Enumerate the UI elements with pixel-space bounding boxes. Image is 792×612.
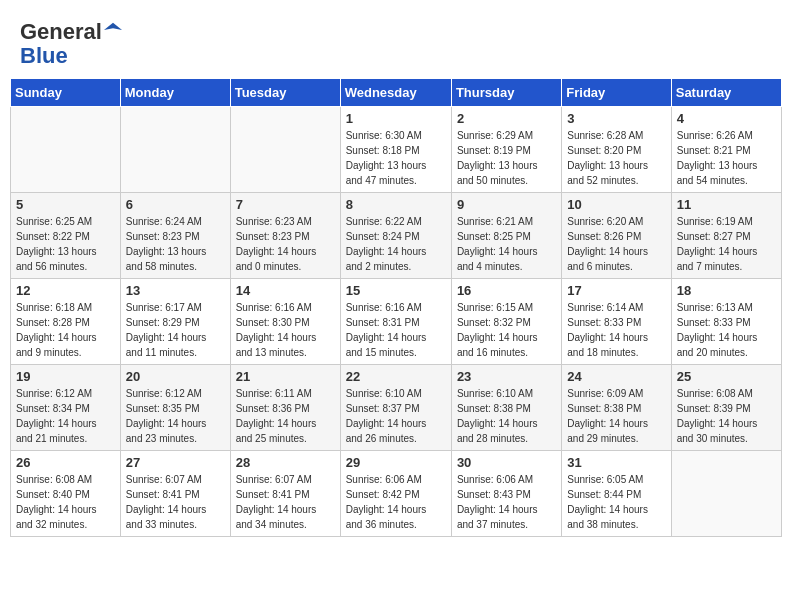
day-info: Sunrise: 6:24 AMSunset: 8:23 PMDaylight:… [126,214,225,274]
day-number: 19 [16,369,115,384]
calendar-day-cell: 16Sunrise: 6:15 AMSunset: 8:32 PMDayligh… [451,279,561,365]
calendar-day-cell: 24Sunrise: 6:09 AMSunset: 8:38 PMDayligh… [562,365,671,451]
day-number: 15 [346,283,446,298]
day-number: 7 [236,197,335,212]
day-info: Sunrise: 6:18 AMSunset: 8:28 PMDaylight:… [16,300,115,360]
day-number: 25 [677,369,776,384]
calendar-day-cell: 17Sunrise: 6:14 AMSunset: 8:33 PMDayligh… [562,279,671,365]
day-info: Sunrise: 6:15 AMSunset: 8:32 PMDaylight:… [457,300,556,360]
calendar-day-cell: 6Sunrise: 6:24 AMSunset: 8:23 PMDaylight… [120,193,230,279]
calendar-header-row: SundayMondayTuesdayWednesdayThursdayFrid… [11,79,782,107]
day-info: Sunrise: 6:12 AMSunset: 8:35 PMDaylight:… [126,386,225,446]
day-info: Sunrise: 6:21 AMSunset: 8:25 PMDaylight:… [457,214,556,274]
day-number: 23 [457,369,556,384]
calendar-table: SundayMondayTuesdayWednesdayThursdayFrid… [10,78,782,537]
calendar-day-cell: 12Sunrise: 6:18 AMSunset: 8:28 PMDayligh… [11,279,121,365]
day-number: 28 [236,455,335,470]
day-info: Sunrise: 6:05 AMSunset: 8:44 PMDaylight:… [567,472,665,532]
calendar-body: 1Sunrise: 6:30 AMSunset: 8:18 PMDaylight… [11,107,782,537]
calendar-day-cell: 21Sunrise: 6:11 AMSunset: 8:36 PMDayligh… [230,365,340,451]
calendar-day-cell: 25Sunrise: 6:08 AMSunset: 8:39 PMDayligh… [671,365,781,451]
day-info: Sunrise: 6:25 AMSunset: 8:22 PMDaylight:… [16,214,115,274]
calendar-week-row: 12Sunrise: 6:18 AMSunset: 8:28 PMDayligh… [11,279,782,365]
calendar-day-cell: 18Sunrise: 6:13 AMSunset: 8:33 PMDayligh… [671,279,781,365]
day-info: Sunrise: 6:07 AMSunset: 8:41 PMDaylight:… [126,472,225,532]
day-info: Sunrise: 6:20 AMSunset: 8:26 PMDaylight:… [567,214,665,274]
calendar-week-row: 5Sunrise: 6:25 AMSunset: 8:22 PMDaylight… [11,193,782,279]
day-info: Sunrise: 6:06 AMSunset: 8:42 PMDaylight:… [346,472,446,532]
day-info: Sunrise: 6:16 AMSunset: 8:31 PMDaylight:… [346,300,446,360]
day-info: Sunrise: 6:10 AMSunset: 8:37 PMDaylight:… [346,386,446,446]
calendar-day-cell: 20Sunrise: 6:12 AMSunset: 8:35 PMDayligh… [120,365,230,451]
day-number: 14 [236,283,335,298]
day-info: Sunrise: 6:08 AMSunset: 8:40 PMDaylight:… [16,472,115,532]
calendar-day-cell: 26Sunrise: 6:08 AMSunset: 8:40 PMDayligh… [11,451,121,537]
calendar-day-cell: 28Sunrise: 6:07 AMSunset: 8:41 PMDayligh… [230,451,340,537]
calendar-week-row: 19Sunrise: 6:12 AMSunset: 8:34 PMDayligh… [11,365,782,451]
day-info: Sunrise: 6:28 AMSunset: 8:20 PMDaylight:… [567,128,665,188]
calendar-day-cell: 14Sunrise: 6:16 AMSunset: 8:30 PMDayligh… [230,279,340,365]
calendar-day-cell: 8Sunrise: 6:22 AMSunset: 8:24 PMDaylight… [340,193,451,279]
day-number: 9 [457,197,556,212]
day-number: 3 [567,111,665,126]
logo-general: General [20,19,102,44]
day-number: 27 [126,455,225,470]
day-info: Sunrise: 6:29 AMSunset: 8:19 PMDaylight:… [457,128,556,188]
day-info: Sunrise: 6:13 AMSunset: 8:33 PMDaylight:… [677,300,776,360]
day-number: 24 [567,369,665,384]
calendar-header-saturday: Saturday [671,79,781,107]
day-info: Sunrise: 6:12 AMSunset: 8:34 PMDaylight:… [16,386,115,446]
calendar-day-cell: 7Sunrise: 6:23 AMSunset: 8:23 PMDaylight… [230,193,340,279]
day-number: 1 [346,111,446,126]
calendar-day-cell: 23Sunrise: 6:10 AMSunset: 8:38 PMDayligh… [451,365,561,451]
calendar-day-cell: 30Sunrise: 6:06 AMSunset: 8:43 PMDayligh… [451,451,561,537]
calendar-day-cell: 2Sunrise: 6:29 AMSunset: 8:19 PMDaylight… [451,107,561,193]
calendar-header-wednesday: Wednesday [340,79,451,107]
calendar-day-cell: 5Sunrise: 6:25 AMSunset: 8:22 PMDaylight… [11,193,121,279]
svg-marker-0 [104,23,122,30]
day-number: 18 [677,283,776,298]
day-info: Sunrise: 6:08 AMSunset: 8:39 PMDaylight:… [677,386,776,446]
day-info: Sunrise: 6:07 AMSunset: 8:41 PMDaylight:… [236,472,335,532]
day-number: 8 [346,197,446,212]
calendar-day-cell [230,107,340,193]
logo: General Blue [20,20,122,68]
day-number: 30 [457,455,556,470]
day-number: 29 [346,455,446,470]
calendar-week-row: 26Sunrise: 6:08 AMSunset: 8:40 PMDayligh… [11,451,782,537]
day-number: 4 [677,111,776,126]
calendar-header-friday: Friday [562,79,671,107]
day-number: 5 [16,197,115,212]
day-number: 12 [16,283,115,298]
day-info: Sunrise: 6:09 AMSunset: 8:38 PMDaylight:… [567,386,665,446]
logo-bird-icon [104,21,122,39]
day-number: 22 [346,369,446,384]
calendar-header-thursday: Thursday [451,79,561,107]
day-number: 6 [126,197,225,212]
calendar-header-sunday: Sunday [11,79,121,107]
day-info: Sunrise: 6:17 AMSunset: 8:29 PMDaylight:… [126,300,225,360]
calendar-day-cell: 13Sunrise: 6:17 AMSunset: 8:29 PMDayligh… [120,279,230,365]
calendar-week-row: 1Sunrise: 6:30 AMSunset: 8:18 PMDaylight… [11,107,782,193]
calendar-header-tuesday: Tuesday [230,79,340,107]
day-number: 13 [126,283,225,298]
day-info: Sunrise: 6:06 AMSunset: 8:43 PMDaylight:… [457,472,556,532]
day-number: 31 [567,455,665,470]
calendar-day-cell: 31Sunrise: 6:05 AMSunset: 8:44 PMDayligh… [562,451,671,537]
day-number: 21 [236,369,335,384]
day-number: 11 [677,197,776,212]
day-info: Sunrise: 6:19 AMSunset: 8:27 PMDaylight:… [677,214,776,274]
day-info: Sunrise: 6:11 AMSunset: 8:36 PMDaylight:… [236,386,335,446]
day-number: 20 [126,369,225,384]
day-number: 16 [457,283,556,298]
calendar-day-cell: 10Sunrise: 6:20 AMSunset: 8:26 PMDayligh… [562,193,671,279]
logo-blue: Blue [20,43,68,68]
day-info: Sunrise: 6:30 AMSunset: 8:18 PMDaylight:… [346,128,446,188]
day-info: Sunrise: 6:16 AMSunset: 8:30 PMDaylight:… [236,300,335,360]
page-header: General Blue [10,10,782,73]
calendar-day-cell [120,107,230,193]
day-info: Sunrise: 6:14 AMSunset: 8:33 PMDaylight:… [567,300,665,360]
calendar-day-cell: 3Sunrise: 6:28 AMSunset: 8:20 PMDaylight… [562,107,671,193]
calendar-day-cell: 1Sunrise: 6:30 AMSunset: 8:18 PMDaylight… [340,107,451,193]
calendar-header-monday: Monday [120,79,230,107]
